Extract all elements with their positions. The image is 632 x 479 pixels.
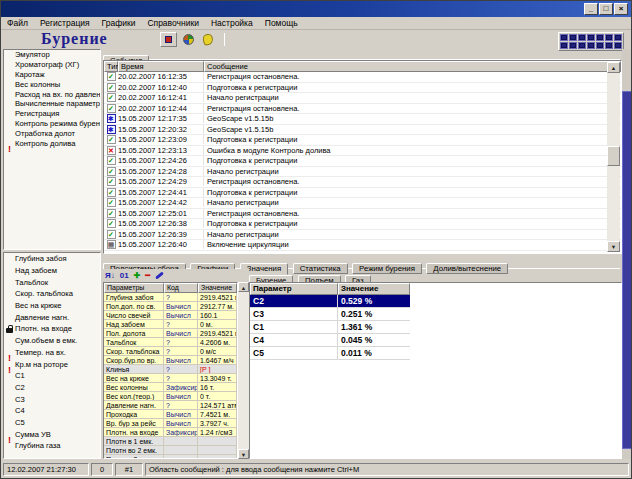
gas-row[interactable]: C1 1.361 % [250, 321, 410, 334]
module-item[interactable]: Каротаж [4, 70, 100, 80]
value-code: Зафиксир [164, 383, 198, 392]
parameter-item[interactable]: C3 [4, 393, 100, 405]
value-value: 16 т. [198, 383, 237, 392]
event-type-icon [107, 240, 116, 249]
minimize-button[interactable]: _ [584, 3, 598, 15]
value-row[interactable]: Глубина забоя ? 2919.4521 м. [104, 293, 237, 302]
value-row[interactable]: Над забоем ? 0 м. [104, 320, 237, 329]
restore-button[interactable]: □ [599, 3, 613, 15]
sort-az-icon[interactable]: Я↓ [105, 271, 115, 281]
parameter-item[interactable]: C2 [4, 382, 100, 394]
value-row[interactable]: Давление нагн. ? 124.571 атм. [104, 401, 237, 410]
close-button[interactable]: × [614, 3, 628, 15]
event-row[interactable]: 20.02.2007 16:12:40 Подготовка к регистр… [104, 83, 621, 94]
event-row[interactable]: 20.02.2007 16:12:44 Регистрация остановл… [104, 104, 621, 115]
window-scrollbar[interactable] [622, 49, 632, 459]
wrench-icon[interactable] [155, 271, 164, 279]
value-row[interactable]: Число свечей Вычисл 160.1 [104, 311, 237, 320]
value-row[interactable]: Плотн. на входе Зафиксир 1.24 г/см3 [104, 428, 237, 437]
gas-row[interactable]: C3 0.251 % [250, 308, 410, 321]
remove-icon[interactable]: ━ [145, 271, 150, 281]
value-row[interactable]: Проходка Вычисл 7.4521 м. [104, 410, 237, 419]
scroll-down-icon[interactable]: ▼ [607, 241, 620, 252]
parameter-item[interactable]: C4 [4, 405, 100, 417]
value-row[interactable]: Скор. тальблока ? 0 м/с [104, 347, 237, 356]
value-row[interactable]: Плотн во 2 емк. [104, 446, 237, 455]
add-icon[interactable]: ✚ [134, 271, 141, 281]
parameter-item[interactable]: Сумма УВ [4, 428, 100, 440]
module-item[interactable]: Вес колонны [4, 79, 100, 89]
scroll-up-icon[interactable]: ▲ [607, 62, 620, 73]
event-row[interactable]: 15.05.2007 12:26:39 Начало регистрации [104, 230, 621, 241]
parameter-item[interactable]: Над забоем [4, 265, 100, 277]
module-item[interactable]: Контроль режима бурения [4, 119, 100, 129]
value-row[interactable]: Вес кол.(теор.) Вычисл 0 т. [104, 392, 237, 401]
module-item[interactable]: Расход на вх. по давлению [4, 89, 100, 99]
events-header: Тип Время Сообщение [104, 61, 621, 72]
module-item[interactable]: Вычисленные параметры [4, 99, 100, 109]
alarm-button[interactable] [200, 32, 217, 47]
record-button[interactable] [160, 32, 177, 47]
value-row[interactable]: Скор.бур.по вр. Вычисл 1.6467 м/ч [104, 356, 237, 365]
menu-item[interactable]: Помощь [259, 18, 304, 28]
value-row[interactable]: Пол. долота Вычисл 2919.4521 м. [104, 329, 237, 338]
parameter-item[interactable]: Кр.м на роторе [4, 358, 100, 370]
events-scrollbar[interactable]: ▲ ▼ [607, 62, 620, 252]
event-row[interactable]: 15.05.2007 12:23:09 Подготовка к регистр… [104, 135, 621, 146]
settings-button[interactable] [180, 32, 197, 47]
event-row[interactable]: 20.02.2007 16:12:41 Начало регистрации [104, 93, 621, 104]
parameter-item[interactable]: C5 [4, 417, 100, 429]
parameter-item[interactable]: Вес на крюке [4, 300, 100, 312]
gas-row[interactable]: C4 0.045 % [250, 334, 410, 347]
event-row[interactable]: 15.05.2007 12:23:13 Ошибка в модуле Конт… [104, 146, 621, 157]
scroll-up-icon[interactable]: ▲ [238, 282, 249, 292]
event-row[interactable]: 15.05.2007 12:17:35 GeoScape v1.5.15b [104, 114, 621, 125]
value-value: 1.6467 м/ч [198, 356, 237, 365]
event-row[interactable]: 15.05.2007 12:24:26 Подготовка к регистр… [104, 156, 621, 167]
parameter-item[interactable]: Глубина газа [4, 440, 100, 452]
menu-item[interactable]: Настройка [205, 18, 259, 28]
module-item[interactable]: Контроль долива [4, 138, 100, 148]
scrollbar-thumb[interactable] [607, 146, 620, 166]
event-row[interactable]: 20.02.2007 16:12:35 Регистрация остановл… [104, 72, 621, 83]
parameter-item[interactable]: Тальблок [4, 276, 100, 288]
value-row[interactable]: Вр. бур за рейс Вычисл 3.7927 ч. [104, 419, 237, 428]
value-value: 4.2606 м. [198, 338, 237, 347]
parameter-item[interactable]: Давление нагн. [4, 311, 100, 323]
menu-item[interactable]: Файл [1, 18, 34, 28]
window-scrollbar-thumb[interactable] [622, 91, 632, 449]
value-row[interactable]: Плотн в 1 емк. [104, 437, 237, 446]
module-item[interactable]: Отработка долот [4, 128, 100, 138]
values-scrollbar[interactable]: ▲ ▼ [238, 282, 249, 459]
value-row[interactable]: Пол.дол. по св. Вычисл 2912.77 м. [104, 302, 237, 311]
value-row[interactable]: Тальблок ? 4.2606 м. [104, 338, 237, 347]
module-item[interactable]: Эмулятор [4, 50, 100, 60]
event-row[interactable]: 15.05.2007 12:24:41 Подготовка к регистр… [104, 188, 621, 199]
event-row[interactable]: 15.05.2007 12:26:38 Подготовка к регистр… [104, 219, 621, 230]
module-item[interactable]: Регистрация [4, 109, 100, 119]
event-row[interactable]: 15.05.2007 12:24:29 Регистрация остановл… [104, 177, 621, 188]
scroll-down-icon[interactable]: ▼ [238, 449, 249, 459]
value-row[interactable]: Вес на крюке ? 13.3049 т. [104, 374, 237, 383]
event-time: 15.05.2007 12:24:41 [118, 188, 204, 197]
value-row[interactable]: Вес колонны Зафиксир 16 т. [104, 383, 237, 392]
value-row[interactable]: Клинья ? [Р ] [104, 365, 237, 374]
parameter-item[interactable]: Плотн. на входе [4, 323, 100, 335]
menu-item[interactable]: Справочники [141, 18, 205, 28]
parameter-item[interactable]: Темпер. на вх. [4, 347, 100, 359]
gas-row[interactable]: C5 0.011 % [250, 347, 410, 360]
module-item[interactable]: Хроматограф (ХГ) [4, 60, 100, 70]
parameter-item[interactable]: Глубина забоя [4, 253, 100, 265]
event-row[interactable]: 15.05.2007 12:26:40 Включение циркуляции [104, 240, 621, 251]
menu-item[interactable]: Графики [96, 18, 142, 28]
menu-item[interactable]: Регистрация [34, 18, 96, 28]
parameter-item[interactable]: C1 [4, 370, 100, 382]
event-row[interactable]: 15.05.2007 12:25:01 Регистрация остановл… [104, 209, 621, 220]
parameter-item[interactable]: Сум.объем в емк. [4, 335, 100, 347]
event-row[interactable]: 15.05.2007 12:24:42 Начало регистрации [104, 198, 621, 209]
gas-row[interactable]: C2 0.529 % [250, 295, 410, 308]
sort-num-icon[interactable]: 01 [120, 271, 129, 281]
event-row[interactable]: 15.05.2007 12:20:32 GeoScape v1.5.15b [104, 125, 621, 136]
event-row[interactable]: 15.05.2007 12:24:28 Начало регистрации [104, 167, 621, 178]
parameter-item[interactable]: Скор. тальблока [4, 288, 100, 300]
